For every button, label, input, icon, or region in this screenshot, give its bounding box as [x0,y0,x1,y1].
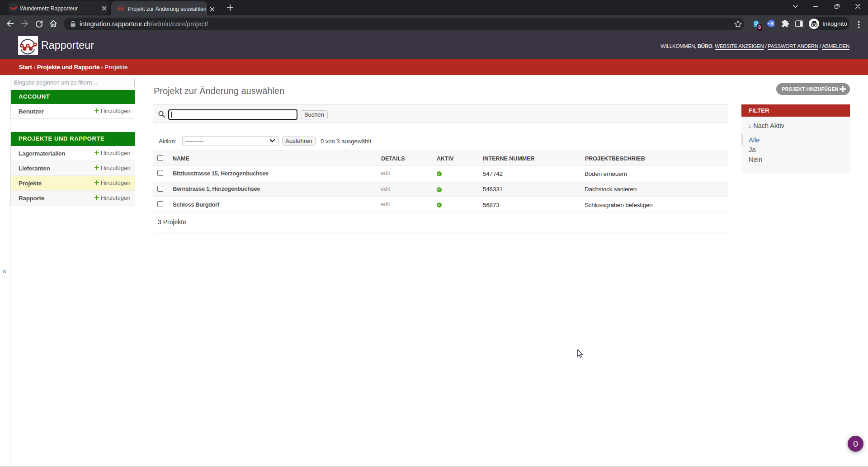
svg-text:B: B [770,21,774,26]
